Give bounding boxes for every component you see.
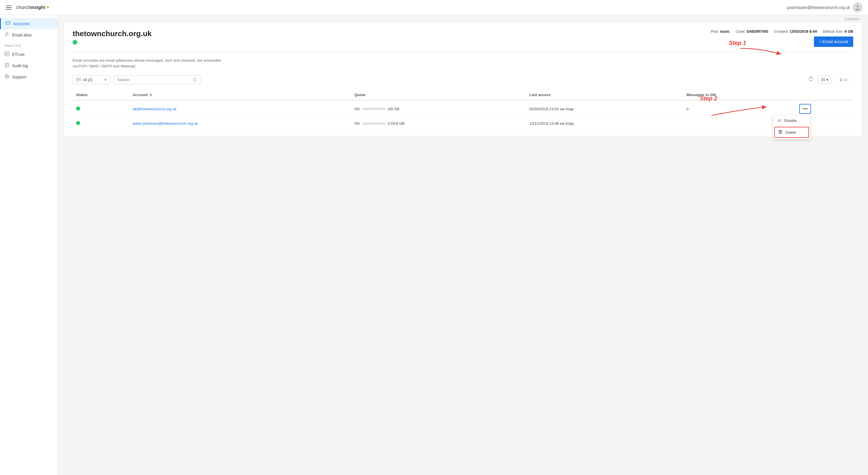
code-label: Code: D483097450 (736, 29, 768, 34)
plan-label: Plan: basic (711, 29, 730, 34)
quote-size-2: 0.02/8 GB (388, 121, 405, 126)
refresh-button[interactable] (807, 75, 815, 85)
col-header-status: Status (73, 90, 129, 100)
domain-header-row: thetownchurch.org.uk Plan: basic Code: D… (73, 29, 853, 47)
sidebar-item-etlive[interactable]: ETLive (0, 49, 58, 60)
svg-rect-3 (6, 22, 10, 25)
header-left: churchinsight✦ (6, 4, 50, 11)
envelope-filter-icon (76, 78, 81, 81)
progress-bar-1 (362, 108, 385, 110)
filter-bar: All [2] ▾ (73, 75, 853, 85)
user-avatar[interactable] (853, 3, 862, 12)
actions-cell-1: ••• ⊘ Disable (796, 100, 853, 118)
pagination-area: 25 ▾ ‹ 1 / 1 › (807, 75, 853, 85)
quote-pct-1: 0% (354, 107, 360, 111)
logo-church-text: church (16, 5, 30, 10)
logo-insight-text: insight (30, 5, 45, 10)
page-nav: ‹ 1 / 1 › (834, 77, 853, 83)
sidebar-audit-log-label: Audit log (12, 63, 28, 68)
logo-star-icon: ✦ (46, 4, 50, 11)
svg-rect-15 (77, 78, 81, 81)
accounts-icon (5, 21, 10, 26)
page-size-value: 25 (821, 78, 825, 82)
domain-meta: Plan: basic Code: D483097450 Created: 13… (711, 29, 853, 34)
svg-point-16 (193, 78, 196, 81)
disable-icon: ⊘ (778, 118, 781, 123)
domain-bar-label: DOMAIN (845, 18, 859, 21)
sidebar-accounts-label: Accounts (13, 22, 30, 26)
content-card: thetownchurch.org.uk Plan: basic Code: D… (64, 22, 862, 137)
account-link-1[interactable]: ab@thetownchurch.org.uk (132, 107, 177, 111)
status-dot-1 (76, 107, 80, 111)
layout: Accounts Email alias Analysis ETLive (0, 15, 868, 475)
status-cell-2 (73, 118, 129, 130)
progress-fill-2 (362, 122, 363, 125)
search-box[interactable] (114, 75, 200, 84)
sidebar-item-support[interactable]: Support (0, 71, 58, 83)
sidebar-item-accounts[interactable]: Accounts (0, 18, 58, 29)
prev-page-button[interactable]: ‹ (834, 77, 839, 83)
next-page-button[interactable]: › (848, 77, 853, 83)
page-indicator: 1 / 1 (840, 78, 847, 82)
svg-line-17 (195, 81, 196, 81)
sidebar-email-alias-label: Email alias (12, 33, 32, 37)
page-size-select[interactable]: 25 ▾ (818, 76, 831, 84)
search-icon (193, 78, 197, 82)
domain-title: thetownchurch.org.uk (73, 29, 152, 38)
row-action-button-1[interactable]: ••• ⊘ Disable (799, 104, 811, 114)
status-cell-1 (73, 100, 129, 118)
sidebar-support-label: Support (12, 75, 26, 79)
quote-cell-1: 0% 0/8 GB (351, 100, 526, 118)
col-header-account[interactable]: Account ⇅ (129, 90, 351, 100)
svg-point-1 (857, 5, 859, 8)
col-header-quote: Quote (351, 90, 526, 100)
main-content: DOMAIN thetownchurch.org.uk Plan: basic … (58, 15, 868, 475)
sidebar-item-audit-log[interactable]: Audit log (0, 60, 58, 71)
created-label: Created: 13/03/2019 8:44 (774, 29, 817, 34)
table-row: adam.johannes@thetownchurch.org.uk 0% 0.… (73, 118, 853, 130)
table-row: ab@thetownchurch.org.uk 0% 0/8 GB (73, 100, 853, 118)
page-size-chevron-icon: ▾ (826, 78, 828, 82)
sidebar-etlive-label: ETLive (12, 52, 25, 57)
audit-log-icon (5, 63, 9, 68)
sidebar: Accounts Email alias Analysis ETLive (0, 15, 58, 475)
user-email: postmaster@thetownchurch.org.uk (787, 5, 850, 10)
etlive-icon (5, 52, 9, 57)
progress-bar-2 (362, 122, 385, 125)
add-email-account-button[interactable]: + Email account (814, 36, 853, 47)
accounts-table: Status Account ⇅ Quote Last access Messa… (73, 90, 853, 130)
last-access-cell-2: 13/12/2019 13:48 via imap (526, 118, 683, 130)
account-cell-2: adam.johannes@thetownchurch.org.uk (129, 118, 351, 130)
table-header-row: Status Account ⇅ Quote Last access Messa… (73, 90, 853, 100)
search-input[interactable] (118, 78, 191, 82)
account-cell-1: ab@thetownchurch.org.uk (129, 100, 351, 118)
quote-pct-2: 0% (354, 121, 360, 126)
sidebar-item-email-alias[interactable]: Email alias (0, 29, 58, 40)
header-right: postmaster@thetownchurch.org.uk (787, 3, 862, 12)
description-text: Email accounts are email addresses whose… (73, 58, 223, 69)
filter-all-label: All [2] (83, 78, 92, 82)
account-link-2[interactable]: adam.johannes@thetownchurch.org.uk (132, 121, 198, 126)
default-size-label: Default size: 8 GB (823, 29, 853, 34)
delete-menu-item[interactable]: Delete (774, 127, 809, 138)
analysis-section-label: Analysis (0, 40, 58, 49)
col-header-messages-24h: Messages in 24h (683, 90, 796, 100)
hamburger-menu[interactable] (6, 5, 11, 9)
email-alias-icon (5, 32, 9, 38)
ellipsis-icon: ••• (803, 106, 808, 112)
last-access-cell-1: 02/04/2019 13:33 via imap (526, 100, 683, 118)
svg-rect-18 (779, 131, 782, 133)
col-header-actions (796, 90, 853, 100)
svg-point-10 (6, 76, 8, 77)
disable-menu-item[interactable]: ⊘ Disable (773, 115, 810, 126)
support-icon (5, 74, 9, 80)
refresh-icon (808, 77, 814, 82)
svg-point-2 (856, 8, 860, 11)
domain-status-dot (73, 40, 77, 44)
domain-bar: DOMAIN (58, 15, 868, 22)
quote-size-1: 0/8 GB (388, 107, 399, 111)
sort-icon: ⇅ (149, 93, 152, 97)
filter-chevron-icon: ▾ (104, 78, 106, 82)
delete-icon (778, 130, 782, 135)
filter-all-select[interactable]: All [2] ▾ (73, 75, 110, 84)
